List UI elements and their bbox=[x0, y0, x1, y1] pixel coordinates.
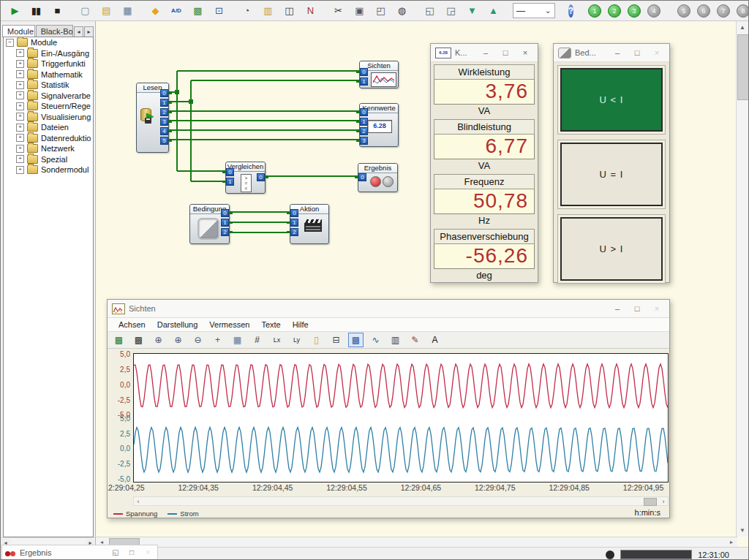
expand-icon[interactable]: + bbox=[16, 49, 24, 57]
experiment-time-icon[interactable]: ◔ bbox=[238, 3, 255, 19]
port-0[interactable]: 0 bbox=[160, 89, 168, 97]
port-4[interactable]: 4 bbox=[160, 127, 168, 135]
module-aktion[interactable]: Aktion 012 bbox=[290, 204, 329, 244]
expand-icon[interactable]: + bbox=[16, 155, 24, 163]
workspace-button-1[interactable]: 1 bbox=[588, 4, 601, 18]
tab-module[interactable]: Module bbox=[2, 25, 35, 37]
expand-icon[interactable]: + bbox=[16, 145, 24, 153]
tab-scroll-left-icon[interactable]: ◂ bbox=[74, 26, 83, 37]
close-button[interactable]: × bbox=[649, 303, 665, 314]
print-icon[interactable]: ⊟ bbox=[328, 333, 344, 347]
expand-icon[interactable]: + bbox=[16, 124, 24, 132]
port-0[interactable]: 0 bbox=[290, 209, 298, 217]
workspace-button-5[interactable]: 5 bbox=[677, 4, 690, 18]
worksheet-canvas[interactable]: Lesen ▶ 012345 Sichten 01 Kennwerte 6.28… bbox=[96, 21, 737, 537]
display-style-alt-icon[interactable]: ▩ bbox=[131, 333, 146, 347]
new-worksheet-icon[interactable]: ▢ bbox=[77, 3, 93, 19]
cut-icon[interactable]: ✂ bbox=[330, 3, 346, 19]
close-button[interactable]: × bbox=[517, 47, 533, 58]
collapse-icon[interactable]: − bbox=[6, 39, 14, 47]
module-kennwerte[interactable]: Kennwerte 6.28 0123 bbox=[359, 103, 399, 147]
tree-item-10[interactable]: +Spezial bbox=[4, 154, 93, 165]
save-worksheet-icon[interactable]: ▦ bbox=[119, 3, 135, 19]
minimize-button[interactable]: – bbox=[609, 47, 625, 58]
scrollbar-thumb[interactable] bbox=[644, 498, 657, 506]
chart-hscrollbar[interactable]: ‹ › bbox=[133, 496, 669, 506]
text-icon[interactable]: A bbox=[427, 333, 443, 347]
display-windows-icon[interactable]: ▩ bbox=[189, 3, 206, 19]
tree-item-11[interactable]: +Sondermodul bbox=[4, 164, 93, 175]
workspace-button-3[interactable]: 3 bbox=[628, 4, 641, 18]
minimize-button[interactable]: – bbox=[478, 47, 494, 58]
restore-button[interactable]: ◱ bbox=[109, 548, 122, 556]
maximize-button[interactable]: □ bbox=[629, 303, 645, 314]
stop-icon[interactable]: ■ bbox=[49, 3, 65, 19]
scroll-left-icon[interactable]: ‹ bbox=[134, 497, 143, 505]
tree-item-7[interactable]: +Dateien bbox=[4, 122, 93, 133]
port-0[interactable]: 0 bbox=[360, 108, 368, 116]
scroll-down-icon[interactable]: ▼ bbox=[737, 525, 748, 536]
minimized-ergebnis-window[interactable]: Ergebnis ◱ □ × bbox=[1, 545, 158, 560]
chart-mode-icon[interactable]: ▩ bbox=[348, 333, 364, 347]
menu-darstellung[interactable]: Darstellung bbox=[152, 319, 203, 330]
port-5[interactable]: 5 bbox=[160, 137, 168, 145]
display-style-icon[interactable]: ▩ bbox=[111, 333, 127, 347]
close-button[interactable]: × bbox=[141, 548, 154, 556]
port-1[interactable]: 1 bbox=[221, 219, 229, 227]
page-icon[interactable]: ▯ bbox=[309, 333, 324, 347]
bar-display-icon[interactable]: ▥ bbox=[388, 333, 403, 347]
copy-icon[interactable]: ▣ bbox=[351, 3, 367, 19]
tree-item-2[interactable]: +Mathematik bbox=[4, 69, 93, 80]
port-3[interactable]: 3 bbox=[360, 137, 368, 145]
kennwerte-window-titlebar[interactable]: 6.28 K... – □ × bbox=[431, 44, 538, 62]
maximize-button[interactable]: □ bbox=[629, 47, 645, 58]
help-button[interactable]: ? bbox=[568, 4, 573, 18]
y-scale-icon[interactable]: Ly bbox=[289, 333, 304, 347]
port-0[interactable]: 0 bbox=[257, 173, 265, 181]
port-2[interactable]: 2 bbox=[160, 108, 168, 116]
zoom-select-icon[interactable]: ⊕ bbox=[170, 333, 186, 347]
port-0[interactable]: 0 bbox=[358, 173, 366, 181]
tab-scroll-right-icon[interactable]: ▸ bbox=[84, 26, 94, 37]
minimize-button[interactable]: – bbox=[609, 303, 625, 314]
menu-achsen[interactable]: Achsen bbox=[113, 319, 151, 330]
plot-area[interactable] bbox=[133, 353, 669, 483]
tree-item-0[interactable]: +Ein-/Ausgäng bbox=[4, 48, 93, 59]
expand-icon[interactable]: + bbox=[16, 91, 24, 99]
layout-window-icon[interactable]: ⊡ bbox=[211, 3, 227, 19]
port-3[interactable]: 3 bbox=[160, 118, 168, 126]
cursor-icon[interactable]: + bbox=[210, 333, 225, 347]
ad-converter-icon[interactable]: A/D bbox=[168, 3, 184, 19]
scroll-right-icon[interactable]: ▸ bbox=[726, 538, 737, 546]
scroll-right-icon[interactable]: › bbox=[659, 497, 668, 505]
maximize-button[interactable]: □ bbox=[497, 47, 513, 58]
port-1[interactable]: 1 bbox=[290, 219, 298, 227]
notes-icon[interactable]: N bbox=[302, 3, 318, 19]
port-2[interactable]: 2 bbox=[290, 228, 298, 236]
expand-icon[interactable]: + bbox=[16, 113, 24, 121]
tree-item-1[interactable]: +Triggerfunkti bbox=[4, 58, 93, 69]
brush-icon[interactable]: ✎ bbox=[407, 333, 423, 347]
workspace-button-2[interactable]: 2 bbox=[608, 4, 621, 18]
tile-windows-icon[interactable]: ◲ bbox=[443, 3, 459, 19]
save-data-icon[interactable]: ▦ bbox=[230, 333, 245, 347]
workspace-button-6[interactable]: 6 bbox=[697, 4, 710, 18]
pause-icon[interactable]: ▮▮ bbox=[28, 3, 44, 19]
module-stack-icon[interactable]: ▥ bbox=[260, 3, 276, 19]
module-vergleichen[interactable]: Vergleichen >=< 01 0 bbox=[225, 162, 266, 194]
run-icon[interactable]: ▶ bbox=[7, 3, 23, 19]
world-icon[interactable]: ◍ bbox=[394, 3, 410, 19]
scroll-up-icon[interactable]: ▲ bbox=[737, 22, 748, 33]
launch-icon[interactable]: ◆ bbox=[147, 3, 163, 19]
menu-vermessen[interactable]: Vermessen bbox=[204, 319, 255, 330]
tree-item-4[interactable]: +Signalverarbe bbox=[4, 91, 93, 102]
close-button[interactable]: × bbox=[649, 47, 665, 58]
zoom-out-icon[interactable]: ⊖ bbox=[190, 333, 206, 347]
workspace-button-8[interactable]: 8 bbox=[737, 4, 749, 18]
menu-texte[interactable]: Texte bbox=[256, 319, 285, 330]
port-0[interactable]: 0 bbox=[360, 68, 368, 76]
tab-black-box[interactable]: Black-Bo bbox=[36, 25, 73, 37]
tree-item-3[interactable]: +Statistik bbox=[4, 80, 93, 91]
open-worksheet-icon[interactable]: ▤ bbox=[98, 3, 114, 19]
scrollbar-thumb[interactable] bbox=[737, 34, 749, 100]
